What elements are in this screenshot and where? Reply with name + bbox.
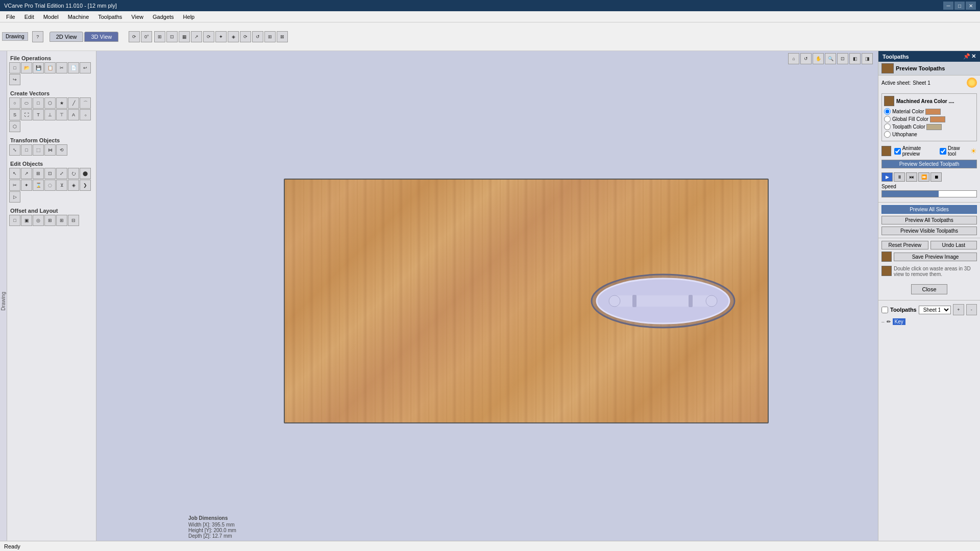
animate-preview-checkbox[interactable] (894, 148, 901, 155)
menu-machine[interactable]: Machine (64, 13, 93, 21)
3d-left-icon[interactable]: ◨ (862, 53, 873, 64)
view-icon-9[interactable]: ↺ (252, 31, 263, 42)
weld-tool[interactable]: ⭮ (68, 168, 79, 179)
layout-btn[interactable]: ⊞ (44, 215, 56, 226)
join-tool[interactable]: ⊻ (56, 180, 67, 191)
spline-tool[interactable]: S (9, 109, 20, 120)
window-controls[interactable]: ─ □ ✕ (943, 2, 976, 10)
undo-last-button[interactable]: Undo Last (930, 241, 977, 249)
material-color-swatch[interactable] (925, 109, 941, 115)
arc-tool[interactable]: ⌒ (80, 97, 91, 109)
draw-tool-checkbox[interactable] (940, 148, 946, 155)
line-tool[interactable]: ╱ (68, 97, 79, 109)
save-preview-button[interactable]: Save Preview Image (894, 253, 977, 261)
save-as-btn[interactable]: 📋 (44, 62, 56, 73)
view-icon-8[interactable]: ⟳ (240, 31, 251, 42)
grid-tool[interactable]: ⛶ (21, 109, 32, 120)
preview-all-sides-button[interactable]: Preview All Sides (881, 205, 977, 214)
reset-preview-button[interactable]: Reset Preview (881, 241, 928, 249)
array-tool[interactable]: ⟲ (56, 144, 67, 156)
rotate-tool[interactable]: ⬚ (33, 144, 44, 156)
stop-button[interactable]: ⏹ (930, 172, 942, 182)
save-file-btn[interactable]: 💾 (33, 62, 44, 73)
view-icon-2[interactable]: ⊡ (166, 31, 178, 42)
view-icon-10[interactable]: ⊞ (264, 31, 276, 42)
3d-pan-icon[interactable]: ✋ (813, 53, 824, 64)
3d-home-icon[interactable]: ⌂ (788, 53, 799, 64)
skip-button[interactable]: ⏭ (906, 172, 917, 182)
undo-btn[interactable]: ↩ (80, 62, 91, 73)
cut-btn[interactable]: ✂ (56, 62, 67, 73)
fast-forward-button[interactable]: ⏩ (918, 172, 929, 182)
menu-view[interactable]: View (127, 13, 148, 21)
star-tool[interactable]: ★ (56, 97, 67, 109)
close-button[interactable]: Close (911, 284, 947, 294)
group-tool[interactable]: ⊞ (33, 168, 44, 179)
menu-file[interactable]: File (2, 13, 19, 21)
curve-tool[interactable]: ◈ (68, 180, 79, 191)
3d-zoom-icon[interactable]: 🔍 (825, 53, 836, 64)
offset-btn[interactable]: □ (9, 215, 20, 226)
node-edit-tool[interactable]: ↗ (21, 168, 32, 179)
3d-rotate-icon[interactable]: ↺ (800, 53, 812, 64)
view-icon-6[interactable]: ✦ (215, 31, 227, 42)
panel-controls[interactable]: 📌 ✕ (963, 53, 976, 60)
text-tool[interactable]: T (33, 109, 44, 120)
view-icon-3[interactable]: ▦ (179, 31, 190, 42)
prev-tool[interactable]: ▷ (9, 191, 20, 203)
scale-tool[interactable]: □ (21, 144, 32, 156)
ungroup-tool[interactable]: ⊡ (44, 168, 56, 179)
toolpaths-toggle[interactable] (881, 307, 888, 313)
play-button[interactable]: ▶ (881, 172, 893, 182)
smooth-tool[interactable]: ◌ (44, 180, 56, 191)
view-icon-1[interactable]: ⊞ (154, 31, 165, 42)
menu-edit[interactable]: Edit (20, 13, 38, 21)
minimize-button[interactable]: ─ (943, 2, 953, 10)
vtext-tool[interactable]: ⊥ (44, 109, 56, 120)
align-tool[interactable]: ⤢ (56, 168, 67, 179)
redo-btn[interactable]: ↪ (9, 74, 20, 85)
help-icon[interactable]: ? (32, 31, 43, 42)
canvas-area[interactable]: ⌂ ↺ ✋ 🔍 ⊡ ◧ ◨ (96, 51, 878, 551)
next-tool[interactable]: ❯ (80, 180, 91, 191)
preview-selected-button[interactable]: Preview Selected Toolpath (881, 160, 977, 168)
global-fill-radio[interactable] (884, 116, 891, 122)
tp-remove-icon[interactable]: - (966, 304, 977, 315)
close-button[interactable]: ✕ (966, 2, 976, 10)
select-tool[interactable]: ↖ (9, 168, 20, 179)
toolpath-item-1[interactable]: – ✏ Key (881, 317, 977, 326)
speed-slider[interactable] (881, 190, 977, 197)
sheet-select[interactable]: Sheet 1 (919, 306, 951, 314)
dimension-tool[interactable]: ⬦ (80, 109, 91, 120)
trim-tool[interactable]: ⬤ (80, 168, 91, 179)
rotate-icon[interactable]: ⟳ (129, 31, 140, 42)
ellipse-tool[interactable]: ⬭ (21, 97, 32, 109)
fill-btn[interactable]: ⊟ (68, 215, 79, 226)
textpath-tool[interactable]: ⊤ (56, 109, 67, 120)
view-icon-4[interactable]: ↗ (191, 31, 202, 42)
tab-2d-view[interactable]: 2D View (50, 32, 84, 42)
tp-add-icon[interactable]: + (953, 304, 964, 315)
polygon-tool[interactable]: ⬡ (44, 97, 56, 109)
chamfer-tool[interactable]: ⌛ (33, 180, 44, 191)
preview-visible-button[interactable]: Preview Visible Toolpaths (881, 227, 977, 235)
boolean-tool[interactable]: ✂ (9, 180, 20, 191)
open-file-btn[interactable]: 📂 (21, 62, 32, 73)
circle-tool[interactable]: ○ (9, 97, 20, 109)
new-file-btn[interactable]: □ (9, 62, 20, 73)
3d-fit-icon[interactable]: ⊡ (837, 53, 848, 64)
view-icon-7[interactable]: ◈ (228, 31, 239, 42)
toolpath-color-radio[interactable] (884, 123, 891, 130)
uthophane-radio[interactable] (884, 131, 891, 138)
tp-item-name[interactable]: Key (893, 318, 905, 325)
menu-help[interactable]: Help (179, 13, 199, 21)
angle-icon[interactable]: 0° (141, 31, 152, 42)
global-fill-swatch[interactable] (930, 116, 945, 122)
menu-model[interactable]: Model (39, 13, 63, 21)
mirror-tool[interactable]: ⋈ (44, 144, 56, 156)
fillet-tool[interactable]: ✦ (21, 180, 32, 191)
copy-btn[interactable]: 📄 (68, 62, 79, 73)
rect-tool[interactable]: □ (33, 97, 44, 109)
textarc-tool[interactable]: A (68, 109, 79, 120)
view-icon-5[interactable]: ⟳ (203, 31, 214, 42)
